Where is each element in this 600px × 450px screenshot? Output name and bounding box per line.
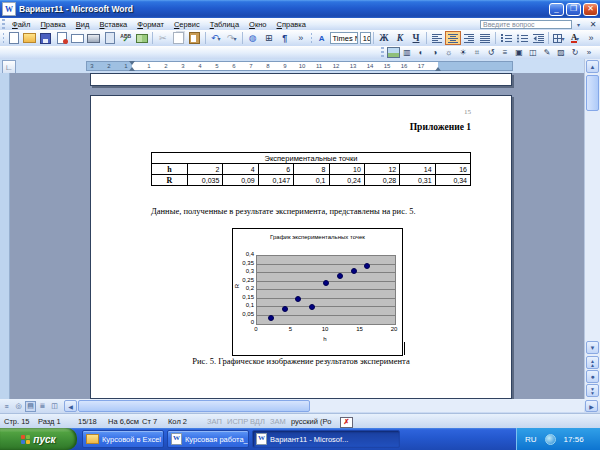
font-color-button[interactable]: А▾: [567, 31, 583, 45]
status-mode-overtype[interactable]: ЗАМ: [270, 417, 286, 426]
minimize-button[interactable]: _: [549, 3, 564, 16]
menu-table[interactable]: Таблица: [205, 19, 244, 30]
document-page[interactable]: 15 Приложение 1 Экспериментальные точки …: [90, 95, 512, 399]
save-button[interactable]: [38, 31, 54, 45]
scroll-down-button[interactable]: ▼: [586, 341, 599, 354]
menu-insert[interactable]: Вставка: [94, 19, 132, 30]
tab-selector-button[interactable]: ∟: [2, 60, 16, 74]
align-right-button[interactable]: [461, 31, 477, 45]
font-name-combobox[interactable]: Times New Roman▾: [330, 32, 358, 44]
open-button[interactable]: [22, 31, 38, 45]
numbered-list-button[interactable]: [498, 31, 514, 45]
align-center-button[interactable]: [445, 31, 461, 45]
justify-button[interactable]: [477, 31, 493, 45]
text-wrapping-button[interactable]: ◫: [526, 47, 540, 58]
formatting-toolbar-grip[interactable]: [311, 33, 312, 44]
menu-format[interactable]: Формат: [132, 19, 169, 30]
horizontal-scrollbar-track[interactable]: [78, 400, 584, 412]
cut-button[interactable]: ✂: [155, 31, 171, 45]
set-transparent-color-button[interactable]: ▨: [554, 47, 568, 58]
first-line-indent-marker[interactable]: [129, 61, 135, 65]
permission-button[interactable]: [54, 31, 70, 45]
taskbar-task-variant11-active[interactable]: W Вариант11 - Microsof...: [252, 430, 400, 448]
taskbar-task-excel-folder[interactable]: Курсовой в Excel: [82, 430, 164, 448]
rotate-left-button[interactable]: ↺: [484, 47, 498, 58]
compress-pictures-button[interactable]: ▣: [512, 47, 526, 58]
color-button[interactable]: ▥: [400, 47, 414, 58]
standard-toolbar-grip[interactable]: [3, 33, 4, 44]
language-indicator[interactable]: RU: [525, 435, 537, 444]
menu-view[interactable]: Вид: [71, 19, 95, 30]
status-language[interactable]: русский (Ро: [291, 417, 331, 426]
menu-bar-grip[interactable]: [2, 19, 5, 30]
line-style-button[interactable]: ≡: [498, 47, 512, 58]
vertical-scrollbar-thumb[interactable]: [586, 75, 599, 111]
print-preview-button[interactable]: [102, 31, 118, 45]
standard-toolbar-options-button[interactable]: »: [293, 31, 309, 45]
vertical-ruler[interactable]: [0, 73, 10, 399]
scroll-up-button[interactable]: ▲: [586, 60, 599, 73]
outline-view-button[interactable]: ≣: [37, 401, 48, 412]
picture-toolbar-options-button[interactable]: »: [582, 47, 596, 58]
hanging-indent-marker[interactable]: [129, 67, 135, 71]
insert-picture-button[interactable]: [386, 47, 400, 58]
print-button[interactable]: [86, 31, 102, 45]
styles-formatting-button[interactable]: А: [314, 31, 330, 45]
status-mode-record[interactable]: ЗАП: [207, 417, 222, 426]
font-size-combobox[interactable]: 10▾: [360, 32, 371, 44]
menu-edit[interactable]: Правка: [35, 19, 70, 30]
taskbar-task-word-doc2[interactable]: W Курсовая работа_2...: [167, 430, 249, 448]
question-dropdown-icon[interactable]: ▾: [572, 19, 586, 30]
start-button[interactable]: пуск: [0, 428, 77, 450]
bold-button[interactable]: Ж: [376, 31, 392, 45]
more-contrast-button[interactable]: ◐: [414, 47, 428, 58]
normal-view-button[interactable]: ≡: [1, 401, 12, 412]
embedded-chart[interactable]: График экспериментальных точек R h 00,05…: [232, 228, 403, 356]
spelling-status-icon[interactable]: ✗: [340, 417, 353, 428]
menu-tools[interactable]: Сервис: [169, 19, 205, 30]
crop-button[interactable]: ⌗: [470, 47, 484, 58]
reading-view-button[interactable]: ◫: [49, 401, 60, 412]
horizontal-scrollbar-thumb[interactable]: [78, 400, 310, 412]
next-page-button[interactable]: ▼▼: [586, 384, 599, 397]
research-button[interactable]: [134, 31, 150, 45]
scroll-right-button[interactable]: ▶: [585, 400, 598, 412]
spelling-button[interactable]: АБВ✓: [118, 31, 134, 45]
decrease-indent-button[interactable]: [530, 31, 546, 45]
vertical-scrollbar[interactable]: ▲ ▼ ▲▲ ● ▼▼: [584, 59, 600, 399]
italic-button[interactable]: К: [392, 31, 408, 45]
tables-borders-button[interactable]: ⊞: [261, 31, 277, 45]
menubar-close-icon[interactable]: ✕: [586, 19, 600, 30]
underline-button[interactable]: Ч: [408, 31, 424, 45]
close-button[interactable]: ✕: [583, 3, 598, 16]
maximize-button[interactable]: ❐: [566, 3, 581, 16]
show-hide-marks-button[interactable]: ¶: [277, 31, 293, 45]
previous-page-button[interactable]: ▲▲: [586, 356, 599, 369]
formatting-toolbar-options-button[interactable]: »: [583, 31, 599, 45]
undo-button[interactable]: ↶▾: [208, 31, 224, 45]
format-picture-button[interactable]: ✎: [540, 47, 554, 58]
scroll-left-button[interactable]: ◀: [64, 400, 77, 412]
bulleted-list-button[interactable]: [514, 31, 530, 45]
borders-button[interactable]: ▾: [551, 31, 567, 45]
status-mode-track[interactable]: ИСПР: [227, 417, 248, 426]
copy-button[interactable]: [171, 31, 187, 45]
less-contrast-button[interactable]: ◑: [428, 47, 442, 58]
picture-toolbar-grip[interactable]: [381, 47, 384, 58]
insert-hyperlink-button[interactable]: ◍: [245, 31, 261, 45]
tray-status-icon[interactable]: [545, 434, 556, 445]
horizontal-ruler[interactable]: 3211234567891011121314151617: [86, 61, 513, 71]
web-layout-view-button[interactable]: ◎: [13, 401, 24, 412]
select-browse-object-button[interactable]: ●: [586, 370, 599, 383]
experimental-points-table[interactable]: Экспериментальные точки h 2 4 6 8 10 12 …: [151, 152, 471, 186]
new-document-button[interactable]: [6, 31, 22, 45]
more-brightness-button[interactable]: ☼: [442, 47, 456, 58]
redo-button[interactable]: ↷▾: [224, 31, 240, 45]
menu-help[interactable]: Справка: [272, 19, 311, 30]
less-brightness-button[interactable]: ☀: [456, 47, 470, 58]
status-mode-extend[interactable]: ВДЛ: [250, 417, 265, 426]
paste-button[interactable]: [187, 31, 203, 45]
right-indent-marker[interactable]: [435, 67, 441, 71]
print-layout-view-button[interactable]: ▤: [25, 401, 36, 412]
reset-picture-button[interactable]: ↻: [568, 47, 582, 58]
